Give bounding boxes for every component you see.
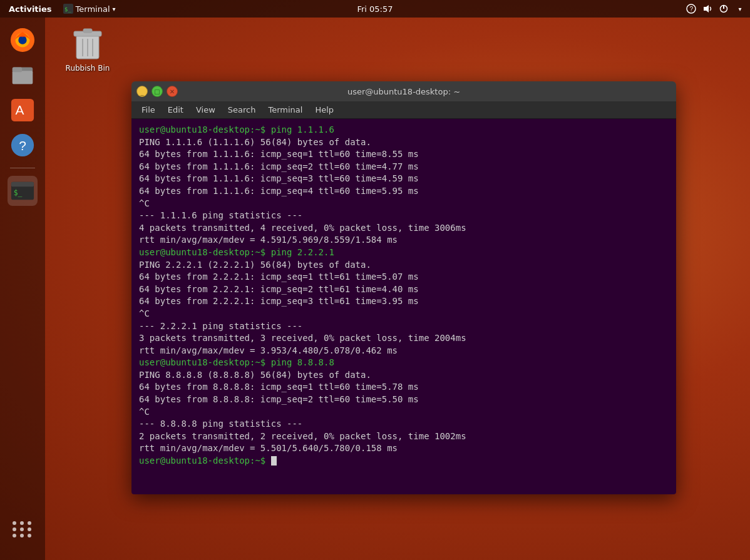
- terminal-line: ^C: [139, 406, 669, 419]
- terminal-output: 64 bytes from 8.8.8.8: icmp_seq=1 ttl=60…: [139, 382, 419, 392]
- topbar-right: ? ▾: [686, 4, 745, 14]
- terminal-output: 64 bytes from 1.1.1.6: icmp_seq=4 ttl=60…: [139, 186, 419, 196]
- terminal-output: ^C: [139, 407, 150, 417]
- dock-item-help[interactable]: ?: [8, 130, 38, 160]
- terminal-title: user@ubuntu18-desktop: ~: [347, 87, 460, 96]
- terminal-line: 2 packets transmitted, 2 received, 0% pa…: [139, 430, 669, 443]
- terminal-line: user@ubuntu18-desktop:~$ ping 1.1.1.6: [139, 124, 669, 136]
- terminal-titlebar: _ □ ✕ user@ubuntu18-desktop: ~: [131, 81, 676, 101]
- terminal-line: 3 packets transmitted, 3 received, 0% pa…: [139, 332, 669, 345]
- volume-icon[interactable]: [702, 4, 712, 14]
- terminal-line: 64 bytes from 2.2.2.1: icmp_seq=2 ttl=61…: [139, 283, 669, 296]
- terminal-output: 4 packets transmitted, 4 received, 0% pa…: [139, 223, 466, 233]
- terminal-prompt: user@ubuntu18-desktop:~$: [139, 456, 271, 466]
- terminal-line: --- 8.8.8.8 ping statistics ---: [139, 418, 669, 430]
- terminal-line: 4 packets transmitted, 4 received, 0% pa…: [139, 222, 669, 235]
- activities-button[interactable]: Activities: [5, 3, 56, 15]
- topbar-arrow-icon[interactable]: ▾: [735, 4, 745, 14]
- dock-item-software[interactable]: A: [8, 95, 38, 125]
- menu-terminal[interactable]: Terminal: [263, 104, 307, 116]
- terminal-line: 64 bytes from 2.2.2.1: icmp_seq=1 ttl=61…: [139, 271, 669, 283]
- dock: A ? $_: [0, 18, 45, 560]
- power-icon[interactable]: [719, 4, 729, 14]
- terminal-line: user@ubuntu18-desktop:~$ ping 2.2.2.1: [139, 247, 669, 259]
- topbar-left: Activities $_ Terminal ▾: [5, 3, 116, 15]
- terminal-output: ^C: [139, 198, 150, 208]
- terminal-line: rtt min/avg/max/mdev = 4.591/5.969/8.559…: [139, 234, 669, 247]
- svg-rect-22: [83, 29, 92, 33]
- svg-text:$_: $_: [14, 188, 23, 197]
- terminal-output: 3 packets transmitted, 3 received, 0% pa…: [139, 333, 466, 343]
- svg-rect-12: [13, 68, 22, 73]
- terminal-output: rtt min/avg/max/mdev = 4.591/5.969/8.559…: [139, 235, 398, 245]
- terminal-line: 64 bytes from 1.1.1.6: icmp_seq=3 ttl=60…: [139, 173, 669, 185]
- terminal-line: ^C: [139, 198, 669, 210]
- terminal-prompt: user@ubuntu18-desktop:~$ ping 8.8.8.8: [139, 357, 334, 367]
- terminal-line: 64 bytes from 1.1.1.6: icmp_seq=4 ttl=60…: [139, 185, 669, 198]
- terminal-line: 64 bytes from 8.8.8.8: icmp_seq=2 ttl=60…: [139, 394, 669, 406]
- terminal-output: --- 2.2.2.1 ping statistics ---: [139, 321, 302, 331]
- terminal-cursor: [271, 456, 277, 466]
- close-button[interactable]: ✕: [167, 86, 178, 97]
- menu-file[interactable]: File: [136, 104, 160, 116]
- terminal-output: --- 1.1.1.6 ping statistics ---: [139, 210, 302, 220]
- desktop-icon-rubbish-bin[interactable]: Rubbish Bin: [63, 25, 113, 73]
- maximize-button[interactable]: □: [152, 86, 163, 97]
- svg-rect-18: [11, 182, 34, 187]
- terminal-line: 64 bytes from 1.1.1.6: icmp_seq=2 ttl=60…: [139, 161, 669, 173]
- svg-text:?: ?: [690, 6, 694, 13]
- terminal-body[interactable]: user@ubuntu18-desktop:~$ ping 1.1.1.6PIN…: [131, 119, 676, 494]
- topbar: Activities $_ Terminal ▾ Fri 05:57 ?: [0, 0, 750, 18]
- terminal-line: user@ubuntu18-desktop:~$: [139, 455, 669, 467]
- terminal-output: 64 bytes from 1.1.1.6: icmp_seq=1 ttl=60…: [139, 149, 419, 159]
- topbar-app-label: Terminal: [76, 4, 110, 14]
- terminal-line: rtt min/avg/max/mdev = 5.501/5.640/5.780…: [139, 442, 669, 455]
- terminal-output: 64 bytes from 2.2.2.1: icmp_seq=2 ttl=61…: [139, 284, 419, 294]
- topbar-app-menu[interactable]: $_ Terminal ▾: [63, 4, 116, 14]
- dock-item-firefox[interactable]: [8, 25, 38, 55]
- rubbish-bin-label: Rubbish Bin: [66, 64, 110, 73]
- menu-help[interactable]: Help: [310, 104, 339, 116]
- terminal-output: 64 bytes from 8.8.8.8: icmp_seq=2 ttl=60…: [139, 394, 419, 404]
- svg-point-9: [18, 36, 26, 44]
- terminal-output: rtt min/avg/max/mdev = 3.953/4.480/5.078…: [139, 345, 398, 355]
- menu-view[interactable]: View: [191, 104, 220, 116]
- rubbish-bin-icon: [71, 25, 104, 61]
- topbar-app-arrow: ▾: [113, 6, 116, 13]
- terminal-icon-small: $_: [63, 4, 73, 14]
- svg-text:$_: $_: [64, 6, 71, 13]
- terminal-output: PING 8.8.8.8 (8.8.8.8) 56(84) bytes of d…: [139, 370, 371, 380]
- menu-search[interactable]: Search: [223, 104, 261, 116]
- minimize-button[interactable]: _: [136, 86, 148, 97]
- dock-item-terminal[interactable]: $_: [8, 176, 38, 206]
- terminal-line: user@ubuntu18-desktop:~$ ping 8.8.8.8: [139, 357, 669, 369]
- terminal-output: ^C: [139, 308, 150, 318]
- terminal-output: 64 bytes from 1.1.1.6: icmp_seq=2 ttl=60…: [139, 161, 419, 171]
- terminal-output: 64 bytes from 2.2.2.1: icmp_seq=1 ttl=61…: [139, 272, 419, 282]
- terminal-line: PING 1.1.1.6 (1.1.1.6) 56(84) bytes of d…: [139, 136, 669, 149]
- desktop: Activities $_ Terminal ▾ Fri 05:57 ?: [0, 0, 750, 560]
- terminal-line: --- 1.1.1.6 ping statistics ---: [139, 210, 669, 222]
- window-controls: _ □ ✕: [136, 86, 178, 97]
- terminal-prompt: user@ubuntu18-desktop:~$ ping 2.2.2.1: [139, 247, 334, 257]
- svg-text:?: ?: [19, 138, 26, 153]
- terminal-output: 2 packets transmitted, 2 received, 0% pa…: [139, 431, 466, 441]
- dock-item-files[interactable]: [8, 60, 38, 90]
- terminal-line: 64 bytes from 2.2.2.1: icmp_seq=3 ttl=61…: [139, 295, 669, 308]
- terminal-window: _ □ ✕ user@ubuntu18-desktop: ~ File Edit…: [131, 81, 676, 494]
- terminal-line: rtt min/avg/max/mdev = 3.953/4.480/5.078…: [139, 345, 669, 357]
- svg-rect-11: [13, 71, 33, 84]
- topbar-datetime[interactable]: Fri 05:57: [357, 4, 393, 14]
- dock-separator: [10, 168, 35, 168]
- terminal-line: PING 8.8.8.8 (8.8.8.8) 56(84) bytes of d…: [139, 369, 669, 382]
- terminal-output: PING 1.1.1.6 (1.1.1.6) 56(84) bytes of d…: [139, 137, 371, 147]
- terminal-line: PING 2.2.2.1 (2.2.2.1) 56(84) bytes of d…: [139, 259, 669, 272]
- terminal-prompt: user@ubuntu18-desktop:~$ ping 1.1.1.6: [139, 125, 334, 135]
- svg-marker-4: [704, 5, 709, 13]
- accessibility-icon[interactable]: ?: [686, 4, 696, 14]
- terminal-menubar: File Edit View Search Terminal Help: [131, 101, 676, 119]
- menu-edit[interactable]: Edit: [163, 104, 188, 116]
- svg-text:A: A: [16, 103, 24, 117]
- terminal-output: PING 2.2.2.1 (2.2.2.1) 56(84) bytes of d…: [139, 260, 371, 270]
- terminal-output: rtt min/avg/max/mdev = 5.501/5.640/5.780…: [139, 443, 398, 453]
